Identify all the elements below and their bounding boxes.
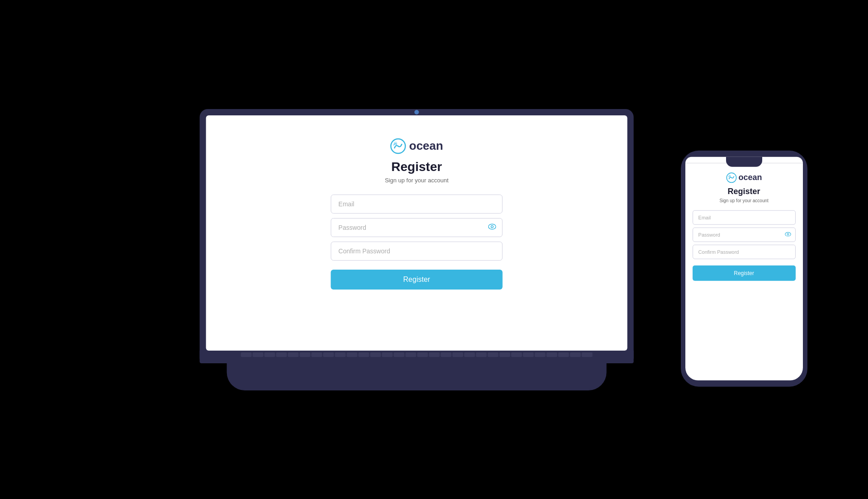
phone-form-container: ocean Register Sign up for your account: [693, 172, 796, 280]
key: [417, 352, 428, 357]
svg-point-2: [488, 224, 495, 229]
scene: ocean Register Sign up for your account: [0, 0, 868, 499]
laptop-camera-bar: [381, 109, 453, 115]
laptop-form-title: Register: [392, 160, 442, 174]
laptop-email-wrapper: [331, 195, 503, 214]
key: [535, 352, 546, 357]
phone-confirm-password-input[interactable]: [693, 244, 796, 259]
key: [311, 352, 322, 357]
svg-point-7: [787, 233, 789, 235]
key: [394, 352, 405, 357]
svg-point-3: [491, 225, 493, 228]
key: [347, 352, 358, 357]
key: [382, 352, 393, 357]
phone-email-wrapper: [693, 210, 796, 224]
laptop-confirm-password-input[interactable]: [331, 242, 503, 261]
phone-form-fields: [693, 210, 796, 259]
phone-outer: ocean Register Sign up for your account: [681, 150, 807, 386]
phone-confirm-password-wrapper: [693, 244, 796, 259]
laptop-email-input[interactable]: [331, 195, 503, 214]
key: [582, 352, 593, 357]
laptop-logo-icon: [390, 138, 406, 154]
laptop-keyboard: [200, 351, 634, 359]
key: [253, 352, 264, 357]
key: [511, 352, 522, 357]
laptop-form-subtitle: Sign up for your account: [385, 177, 448, 184]
key: [429, 352, 440, 357]
laptop-form-container: ocean Register Sign up for your account: [331, 138, 503, 290]
phone-logo: ocean: [726, 172, 762, 183]
key: [335, 352, 346, 357]
key: [453, 352, 463, 357]
laptop-logo: ocean: [390, 138, 443, 154]
laptop-screen: ocean Register Sign up for your account: [206, 115, 627, 351]
phone-logo-icon: [726, 172, 737, 183]
phone-email-input[interactable]: [693, 210, 796, 224]
key: [406, 352, 416, 357]
laptop-confirm-password-wrapper: [331, 242, 503, 261]
key: [370, 352, 381, 357]
key: [264, 352, 275, 357]
laptop-camera: [415, 110, 419, 114]
laptop-base: [200, 351, 634, 363]
phone-password-wrapper: [693, 227, 796, 242]
key: [441, 352, 452, 357]
key: [558, 352, 569, 357]
key: [323, 352, 334, 357]
key: [241, 352, 252, 357]
key: [276, 352, 287, 357]
key: [488, 352, 499, 357]
phone-device: ocean Register Sign up for your account: [681, 150, 807, 386]
laptop-stand: [227, 363, 607, 390]
key: [547, 352, 557, 357]
key: [476, 352, 487, 357]
laptop-screen-outer: ocean Register Sign up for your account: [200, 109, 634, 351]
key: [570, 352, 581, 357]
phone-eye-icon[interactable]: [785, 231, 791, 238]
phone-register-button[interactable]: Register: [693, 265, 796, 280]
key: [300, 352, 311, 357]
laptop-eye-icon[interactable]: [488, 223, 496, 232]
phone-logo-text: ocean: [739, 173, 762, 182]
phone-password-input[interactable]: [693, 227, 796, 242]
phone-notch-bar: [685, 157, 803, 163]
phone-notch: [726, 157, 762, 166]
key: [500, 352, 510, 357]
phone-screen: ocean Register Sign up for your account: [685, 163, 803, 380]
key: [464, 352, 475, 357]
key: [359, 352, 369, 357]
laptop-logo-text: ocean: [409, 139, 443, 153]
svg-point-6: [785, 232, 791, 236]
phone-form-title: Register: [728, 186, 760, 196]
laptop-register-button[interactable]: Register: [331, 270, 503, 290]
key: [288, 352, 299, 357]
phone-form-subtitle: Sign up for your account: [719, 198, 768, 203]
laptop-form-fields: [331, 195, 503, 261]
laptop-password-input[interactable]: [331, 218, 503, 237]
key: [523, 352, 534, 357]
laptop-password-wrapper: [331, 218, 503, 237]
laptop-device: ocean Register Sign up for your account: [200, 109, 634, 390]
